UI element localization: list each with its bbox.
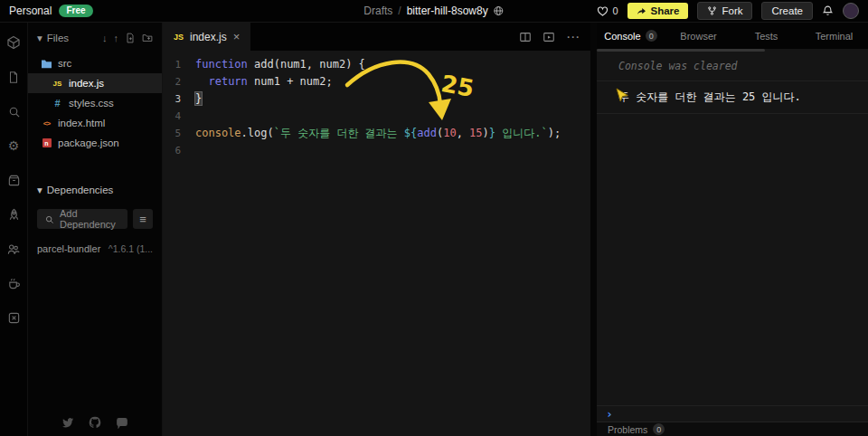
tab-indexjs[interactable]: JS index.js × <box>163 23 250 51</box>
notifications-bell-icon[interactable] <box>822 5 834 17</box>
chevron-down-icon: ▾ <box>37 184 42 196</box>
settings-gear-icon[interactable]: ⚙ <box>6 138 21 153</box>
dependency-name: parcel-bundler <box>37 243 100 254</box>
files-sidebar: ▾ Files ↓ ↑ src JS index.js <box>27 23 163 436</box>
chevron-down-icon[interactable]: ▾ <box>37 32 42 44</box>
add-dependency-button[interactable]: Add Dependency <box>37 209 127 229</box>
search-icon[interactable] <box>6 104 21 118</box>
tab-label: index.js <box>190 31 227 43</box>
close-tab-icon[interactable]: × <box>233 30 241 43</box>
file-name: index.js <box>69 78 104 89</box>
tab-console[interactable]: Console 0 <box>597 23 665 49</box>
js-file-icon: JS <box>174 33 184 42</box>
breadcrumb-separator: / <box>398 5 401 17</box>
fork-icon <box>707 5 717 16</box>
upload-icon[interactable]: ↑ <box>114 33 119 43</box>
fork-label: Fork <box>722 5 742 16</box>
chat-bubble-icon[interactable] <box>116 416 128 429</box>
file-name: src <box>58 58 71 69</box>
deploy-rocket-icon[interactable] <box>6 207 21 222</box>
plan-badge: Free <box>59 5 92 17</box>
search-icon <box>44 214 54 224</box>
file-name: package.json <box>58 137 119 148</box>
problems-count-badge: 0 <box>653 423 665 435</box>
create-label: Create <box>771 5 803 16</box>
devtools-panel: Console 0 Browser Tests Terminal Console… <box>597 23 868 436</box>
console-cleared-message: Console was cleared <box>597 52 868 81</box>
top-bar: Personal Free Drafts / bitter-hill-8sow8… <box>0 0 868 23</box>
dependency-menu-button[interactable]: ≡ <box>133 209 153 229</box>
like-button[interactable]: 0 <box>597 5 618 17</box>
dependency-row[interactable]: parcel-bundler ^1.6.1 (1... <box>28 234 162 263</box>
split-editor-icon[interactable] <box>519 31 532 43</box>
code-lines[interactable]: 1function add(num1, num2) {2 return num1… <box>163 51 590 159</box>
breadcrumb-folder[interactable]: Drafts <box>363 5 392 17</box>
html-file-icon: <> <box>41 119 52 128</box>
js-file-icon: JS <box>52 80 63 88</box>
support-coffee-icon[interactable] <box>6 276 21 290</box>
team-users-icon[interactable] <box>6 242 21 256</box>
sandbox-title[interactable]: bitter-hill-8sow8y <box>407 5 488 17</box>
console-count-badge: 0 <box>646 30 657 42</box>
workspace-selector[interactable]: Personal <box>9 5 52 17</box>
problems-label: Problems <box>608 424 647 435</box>
editor-tab-bar: JS index.js × ⋯ <box>163 23 590 51</box>
heart-icon <box>597 5 609 17</box>
devtools-tab-bar: Console 0 Browser Tests Terminal <box>597 23 868 49</box>
code-editor: JS index.js × ⋯ 1function add(num1, num2… <box>163 23 590 436</box>
file-tree-item-stylescss[interactable]: # styles.css <box>28 93 162 113</box>
activity-bar: ⚙ <box>0 23 27 436</box>
files-panel-title: Files <box>47 33 69 43</box>
sandbox-cube-icon[interactable] <box>6 35 21 50</box>
fork-button[interactable]: Fork <box>697 2 752 20</box>
menu-icon: ≡ <box>139 213 146 226</box>
prompt-chevron-icon: › <box>606 407 613 421</box>
new-file-icon[interactable] <box>125 33 136 43</box>
new-folder-icon[interactable] <box>142 33 153 43</box>
twitter-icon[interactable] <box>61 416 74 429</box>
like-count: 0 <box>612 5 618 16</box>
tab-tests[interactable]: Tests <box>732 23 800 49</box>
share-label: Share <box>651 5 680 16</box>
breadcrumb: Drafts / bitter-hill-8sow8y <box>363 5 504 17</box>
tab-label: Terminal <box>816 31 854 42</box>
console-input[interactable]: › <box>597 405 868 422</box>
dependencies-title: Dependencies <box>47 185 114 195</box>
dependency-version: ^1.6.1 (1... <box>108 243 153 254</box>
exit-close-icon[interactable] <box>6 310 21 325</box>
share-arrow-icon <box>637 6 646 16</box>
file-explorer-icon[interactable] <box>6 70 21 84</box>
tab-label: Console <box>604 31 640 42</box>
problems-bar[interactable]: Problems 0 <box>597 422 868 436</box>
user-avatar[interactable] <box>843 3 859 19</box>
file-name: styles.css <box>69 98 114 109</box>
more-options-icon[interactable]: ⋯ <box>566 29 580 45</box>
add-dependency-label: Add Dependency <box>60 208 120 230</box>
npm-file-icon: n <box>41 138 52 147</box>
file-tree-item-src[interactable]: src <box>28 53 162 73</box>
file-tree-item-packagejson[interactable]: n package.json <box>28 133 162 153</box>
box-archive-icon[interactable] <box>6 173 21 187</box>
css-file-icon: # <box>52 98 63 109</box>
tab-label: Tests <box>755 31 778 42</box>
file-name: index.html <box>58 118 105 128</box>
file-tree-item-indexjs[interactable]: JS index.js <box>28 73 162 93</box>
tab-label: Browser <box>680 31 716 42</box>
create-button[interactable]: Create <box>761 2 813 20</box>
open-preview-icon[interactable] <box>542 31 555 43</box>
tab-terminal[interactable]: Terminal <box>800 23 868 49</box>
file-tree-item-indexhtml[interactable]: <> index.html <box>28 113 162 133</box>
tab-browser[interactable]: Browser <box>665 23 732 49</box>
console-log-entry: 두 숫자를 더한 결과는 25 입니다. <box>597 81 868 114</box>
download-icon[interactable]: ↓ <box>102 33 108 43</box>
globe-icon[interactable] <box>494 5 505 16</box>
github-icon[interactable] <box>89 416 101 429</box>
share-button[interactable]: Share <box>627 3 689 19</box>
folder-icon <box>41 59 52 69</box>
panel-divider[interactable] <box>590 23 597 436</box>
dependencies-header[interactable]: ▾ Dependencies <box>28 176 162 204</box>
